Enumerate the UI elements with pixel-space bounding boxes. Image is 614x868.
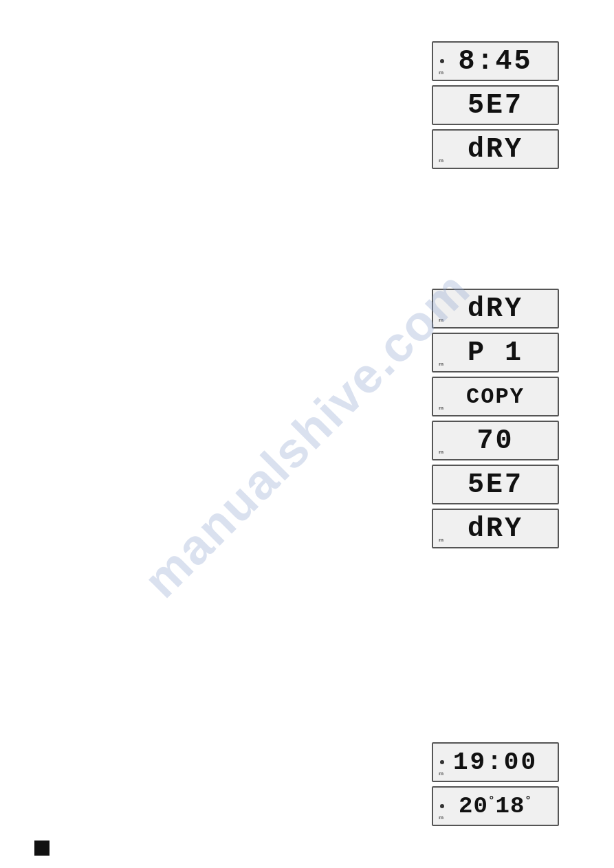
display-set-text: 5E7 [468, 90, 523, 121]
display-set2: 5E7 [432, 465, 559, 504]
display-70: 70 m [432, 421, 559, 460]
display-copy-text: COPY [466, 384, 525, 410]
display-1900-text: 19:00 [453, 748, 538, 777]
display-day2: dRY m [432, 289, 559, 329]
display-p1: P 1 m [432, 333, 559, 372]
display-2018-text: 20°18° [459, 793, 532, 819]
display-day2-text: dRY [468, 293, 523, 324]
small-indicator-day2: m [439, 317, 443, 323]
display-group-3: m 19:00 m 20°18° [432, 742, 559, 826]
display-day-text: dRY [468, 134, 523, 165]
display-copy: COPY m [432, 377, 559, 416]
small-indicator-p1: m [439, 361, 443, 367]
small-indicator-copy: m [439, 405, 443, 411]
display-group-2: dRY m P 1 m COPY m 70 m 5E7 dRY m [432, 289, 559, 548]
dot-indicator-1 [440, 59, 444, 63]
small-indicator-2018: m [439, 814, 443, 821]
bottom-square [34, 841, 50, 856]
small-indicator-day3: m [439, 537, 443, 543]
small-indicator-1900: m [439, 770, 443, 777]
watermark-text: manualshive.com [133, 260, 481, 608]
display-day: dRY m [432, 129, 559, 169]
display-day3: dRY m [432, 509, 559, 548]
dot-indicator-1900 [440, 760, 444, 764]
small-indicator-day: m [439, 157, 443, 164]
display-p1-text: P 1 [468, 337, 523, 368]
display-845: m 8:45 [432, 41, 559, 81]
display-70-text: 70 [476, 425, 514, 456]
small-indicator-1: m [439, 69, 443, 76]
display-2018: m 20°18° [432, 786, 559, 826]
display-845-text: 8:45 [458, 46, 532, 77]
display-group-1: m 8:45 5E7 dRY m [432, 41, 559, 169]
dot-indicator-2018 [440, 804, 444, 808]
small-indicator-70: m [439, 449, 443, 455]
display-set: 5E7 [432, 85, 559, 125]
display-set2-text: 5E7 [468, 469, 523, 500]
display-1900: m 19:00 [432, 742, 559, 782]
display-day3-text: dRY [468, 513, 523, 544]
